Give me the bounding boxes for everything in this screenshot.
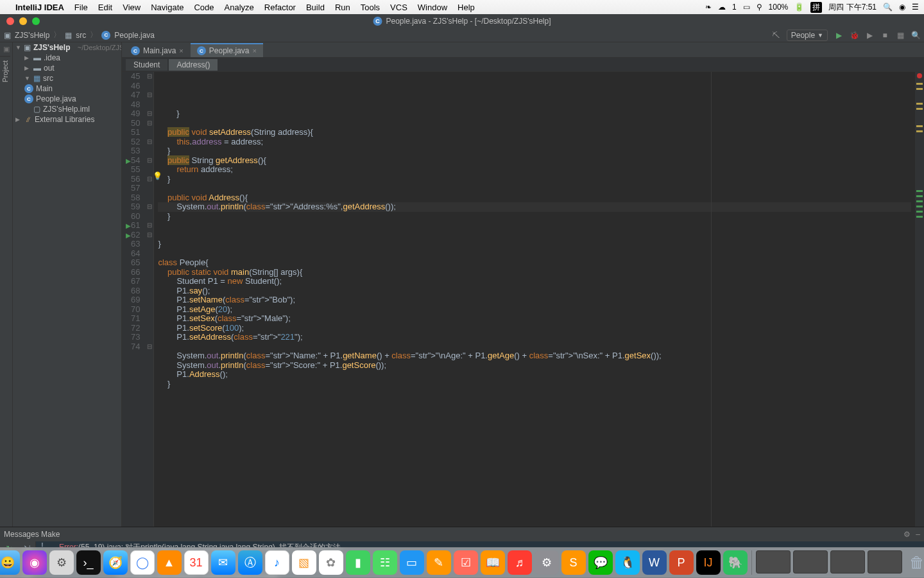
warning-mark[interactable] bbox=[916, 130, 923, 132]
search-everywhere-icon[interactable]: 🔍 bbox=[911, 31, 920, 40]
class-icon: C bbox=[101, 31, 110, 40]
project-tool-window-button[interactable]: Project bbox=[0, 56, 10, 86]
minimize-window-button[interactable] bbox=[19, 17, 27, 25]
messages-title[interactable]: Messages Make bbox=[4, 530, 60, 539]
ok-mark[interactable] bbox=[916, 195, 923, 197]
battery-icon[interactable]: 🔋 bbox=[794, 3, 804, 12]
tree-idea-folder[interactable]: .idea bbox=[44, 53, 60, 62]
crumb-project[interactable]: ZJS'sHelp bbox=[15, 31, 49, 40]
hide-panel-icon[interactable]: – bbox=[916, 530, 920, 539]
run-config-name: People bbox=[791, 31, 815, 40]
spotlight-icon[interactable]: 🔍 bbox=[883, 3, 893, 12]
menu-analyze[interactable]: Analyze bbox=[225, 3, 254, 12]
close-tab-icon[interactable]: × bbox=[179, 47, 183, 55]
error-indicator-icon[interactable] bbox=[917, 73, 922, 78]
menu-edit[interactable]: Edit bbox=[98, 3, 112, 12]
menu-vcs[interactable]: VCS bbox=[390, 3, 407, 12]
tree-people-file[interactable]: People.java bbox=[36, 94, 76, 103]
gear-icon[interactable]: ⚙ bbox=[903, 530, 911, 539]
left-tool-strip: ▣ Project bbox=[0, 42, 13, 527]
breadcrumb-student[interactable]: Student bbox=[126, 59, 167, 71]
display-tray-icon[interactable]: ▭ bbox=[743, 3, 750, 12]
stop-button[interactable]: ■ bbox=[880, 31, 889, 40]
tab-main-java[interactable]: CMain.java× bbox=[124, 43, 190, 57]
close-tab-icon[interactable]: × bbox=[253, 47, 257, 55]
siri-icon[interactable]: ◉ bbox=[899, 3, 905, 12]
autoscroll-icon[interactable]: ⊙ bbox=[24, 572, 30, 578]
ok-mark[interactable] bbox=[916, 200, 923, 202]
messages-tool-column: ↻ ↧ ✕ ↑ ✻ ↗ ? bbox=[0, 541, 18, 578]
warning-mark[interactable] bbox=[916, 108, 923, 110]
collapse-all-icon[interactable]: ⇱ bbox=[24, 558, 30, 567]
menu-refactor[interactable]: Refactor bbox=[264, 3, 296, 12]
macos-menubar: IntelliJ IDEA File Edit View Navigate Co… bbox=[0, 0, 924, 14]
editor-breadcrumbs: Student Address() bbox=[122, 58, 924, 72]
project-root[interactable]: ZJS'sHelp bbox=[33, 43, 71, 52]
window-title: People.java - ZJS'sHelp - [~/Desktop/ZJS… bbox=[386, 17, 551, 26]
class-icon: C bbox=[373, 17, 382, 26]
expand-all-icon[interactable]: ⇲ bbox=[24, 544, 30, 553]
tree-iml-file[interactable]: ZJS'sHelp.iml bbox=[43, 105, 90, 114]
close-icon[interactable]: ✕ bbox=[6, 574, 13, 578]
tree-main-file[interactable]: Main bbox=[36, 84, 53, 93]
menu-window[interactable]: Window bbox=[418, 3, 447, 12]
run-button[interactable]: ▶ bbox=[834, 31, 843, 40]
make-project-icon[interactable]: ⛏ bbox=[771, 31, 780, 40]
debug-button[interactable]: 🐞 bbox=[850, 31, 859, 40]
messages-content[interactable]: Error:(55, 19) java: 对于println(java.lang… bbox=[54, 541, 924, 578]
menu-tools[interactable]: Tools bbox=[361, 3, 380, 12]
ok-mark[interactable] bbox=[916, 216, 923, 218]
wechat-tray-icon[interactable]: ☁ bbox=[718, 3, 726, 12]
notification-count[interactable]: 1 bbox=[732, 3, 737, 12]
code-editor[interactable]: 454647484950515253▶54555657585960▶61▶626… bbox=[122, 72, 924, 527]
project-tree[interactable]: ▼▣ZJS'sHelp ~/Desktop/ZJS ▶▬.idea ▶▬out … bbox=[13, 42, 122, 527]
tab-people-java[interactable]: CPeople.java× bbox=[191, 43, 263, 57]
ok-mark[interactable] bbox=[916, 211, 923, 213]
editor-tabs: CMain.java× CPeople.java× bbox=[122, 42, 924, 58]
project-structure-icon[interactable]: ▦ bbox=[896, 31, 905, 40]
app-name[interactable]: IntelliJ IDEA bbox=[15, 3, 64, 12]
error-icon: ! bbox=[41, 541, 43, 550]
ok-mark[interactable] bbox=[916, 190, 923, 192]
menu-view[interactable]: View bbox=[123, 3, 141, 12]
evernote-tray-icon[interactable]: ❧ bbox=[705, 3, 712, 12]
breadcrumb-address[interactable]: Address() bbox=[169, 59, 218, 71]
warning-mark[interactable] bbox=[916, 83, 923, 85]
clock[interactable]: 周四 下午7:51 bbox=[828, 2, 877, 13]
maximize-window-button[interactable] bbox=[32, 17, 40, 25]
stop-build-icon[interactable]: ↧ bbox=[6, 559, 13, 568]
messages-tool-column-2: ⇲ ⇱ ⊙ ↓ ⊟ bbox=[18, 541, 36, 578]
right-margin-line bbox=[711, 72, 712, 527]
wifi-tray-icon[interactable]: ⚲ bbox=[757, 3, 762, 12]
menu-run[interactable]: Run bbox=[335, 3, 350, 12]
notification-center-icon[interactable]: ☰ bbox=[912, 3, 919, 12]
intention-bulb-icon[interactable]: 💡 bbox=[153, 171, 162, 181]
tree-external-libs[interactable]: External Libraries bbox=[35, 115, 94, 124]
input-source-icon[interactable]: 拼 bbox=[810, 2, 822, 13]
chevron-down-icon: ▼ bbox=[817, 32, 823, 39]
warning-mark[interactable] bbox=[916, 103, 923, 105]
menu-help[interactable]: Help bbox=[458, 3, 475, 12]
run-configuration-dropdown[interactable]: People ▼ bbox=[787, 30, 828, 41]
battery-percent[interactable]: 100% bbox=[769, 3, 789, 12]
menu-navigate[interactable]: Navigate bbox=[151, 3, 184, 12]
coverage-button[interactable]: ▶ bbox=[865, 31, 874, 40]
window-title-bar: C People.java - ZJS'sHelp - [~/Desktop/Z… bbox=[0, 14, 924, 28]
warning-mark[interactable] bbox=[916, 125, 923, 127]
crumb-file[interactable]: People.java bbox=[114, 31, 155, 40]
class-icon: C bbox=[24, 94, 33, 103]
crumb-src[interactable]: src bbox=[76, 31, 86, 40]
project-folder-icon[interactable]: ▣ bbox=[4, 31, 11, 40]
warning-mark[interactable] bbox=[916, 88, 923, 90]
menu-build[interactable]: Build bbox=[306, 3, 325, 12]
ok-mark[interactable] bbox=[916, 206, 923, 207]
menu-code[interactable]: Code bbox=[194, 3, 214, 12]
src-folder-icon: ▦ bbox=[65, 31, 72, 40]
tree-src-folder[interactable]: src bbox=[43, 74, 53, 83]
error-stripe[interactable] bbox=[915, 72, 924, 527]
menu-file[interactable]: File bbox=[74, 3, 88, 12]
close-window-button[interactable] bbox=[6, 17, 14, 25]
rerun-icon[interactable]: ↻ bbox=[6, 544, 13, 554]
tree-out-folder[interactable]: out bbox=[44, 64, 55, 73]
navigation-toolbar: ▣ ZJS'sHelp 〉 ▦ src 〉 C People.java ⛏ Pe… bbox=[0, 28, 924, 42]
